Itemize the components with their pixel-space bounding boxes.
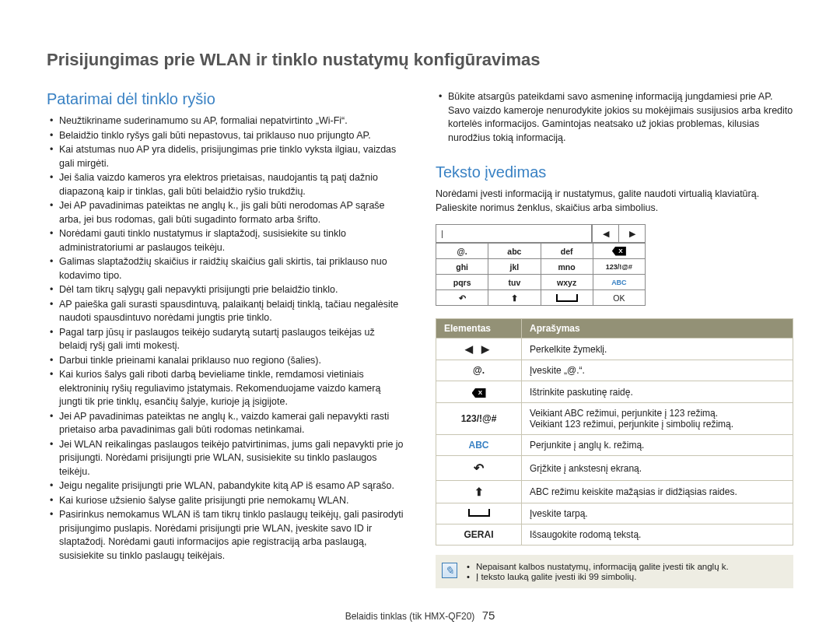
note-item: Į teksto lauką galite įvesti iki 99 simb… [467,572,786,581]
table-row: ↶Grįžkite į ankstesnį ekraną. [436,456,793,481]
table-cell-element: X [436,381,522,403]
virtual-keyboard: | ◀ ▶ @. abc def X ghi jkl mno 123/!@# p… [436,224,646,306]
footer-text: Belaidis tinklas (tik HMX-QF20) [345,611,475,622]
table-row: ◀ ▶Perkelkite žymeklį. [436,339,793,360]
key-shift[interactable]: ⬆ [488,289,541,305]
text-entry-heading: Teksto įvedimas [436,163,793,181]
tip-item: Neužtikriname suderinamumo su AP, formal… [47,114,404,128]
page-footer: Belaidis tinklas (tik HMX-QF20) 75 [0,609,840,622]
key-wxyz[interactable]: wxyz [541,274,593,289]
tip-item: Pagal tarp jūsų ir paslaugos teikėjo sud… [47,326,404,353]
key-def[interactable]: def [541,243,593,258]
key-ok[interactable]: OK [593,289,645,305]
tip-item: Būkite atsargūs pateikdami savo asmeninę… [436,90,793,145]
tip-item: Jei AP pavadinimas pateiktas ne anglų k.… [47,199,404,226]
tip-item: Jei šalia vaizdo kameros yra elektros pr… [47,171,404,198]
table-cell-description: Ištrinkite paskutinę raidę. [522,381,793,403]
content-columns: Patarimai dėl tinklo ryšio Neužtikriname… [47,90,793,588]
table-cell-element: 123/!@# [436,403,522,435]
description-table: Elementas Aprašymas ◀ ▶Perkelkite žymekl… [436,318,793,546]
tip-item: Norėdami gauti tinklo nustatymus ir slap… [47,227,404,254]
table-cell-element: ◀ ▶ [436,339,522,360]
table-cell-element: ⬆ [436,481,522,503]
tip-item: Kai kuriose užsienio šalyse galite prisi… [47,494,404,508]
key-at[interactable]: @. [436,243,488,258]
tip-item: Jeigu negalite prisijungti prie WLAN, pa… [47,479,404,493]
table-cell-element: @. [436,360,522,381]
key-mno[interactable]: mno [541,258,593,274]
text-entry-intro: Norėdami įvesti informaciją ir nustatymu… [436,188,793,215]
table-cell-description: Perkelkite žymeklį. [522,339,793,360]
cursor-left-button[interactable]: ◀ [592,225,618,242]
column-right: Būkite atsargūs pateikdami savo asmeninę… [436,90,793,588]
table-row: GERAIIšsaugokite rodomą tekstą. [436,524,793,546]
note-box: ✎ Nepaisant kalbos nustatymų, informacij… [436,555,793,588]
table-row: XIštrinkite paskutinę raidę. [436,381,793,403]
page-title: Prisijungimas prie WLAN ir tinklo nustat… [47,50,793,70]
table-cell-description: ABC režimu keiskite mažąsias ir didžiąsi… [522,481,793,503]
backspace-icon: X [612,247,626,256]
key-123mode[interactable]: 123/!@# [593,258,645,274]
table-cell-element: ABC [436,435,522,456]
tips-list: Neužtikriname suderinamumo su AP, formal… [47,114,404,563]
tip-item: Kai atstumas nuo AP yra didelis, prisiju… [47,143,404,170]
key-ghi[interactable]: ghi [436,258,488,274]
table-row: @.Įveskite „@.“. [436,360,793,381]
note-item: Nepaisant kalbos nustatymų, informaciją … [467,562,786,571]
column-left: Patarimai dėl tinklo ryšio Neužtikriname… [47,90,404,588]
table-row: Įveskite tarpą. [436,503,793,524]
page-number: 75 [482,609,495,622]
key-back[interactable]: ↶ [436,289,488,305]
tip-item: Kai kurios šalys gali riboti darbą bevie… [47,368,404,409]
th-description: Aprašymas [522,319,793,339]
tip-item: Jei AP pavadinimas pateiktas ne anglų k.… [47,410,404,437]
tips-heading: Patarimai dėl tinklo ryšio [47,90,404,108]
right-top-list: Būkite atsargūs pateikdami savo asmeninę… [436,90,793,145]
note-icon: ✎ [442,563,457,578]
table-cell-description: Įveskite „@.“. [522,360,793,381]
key-abc[interactable]: abc [488,243,541,258]
table-cell-element: ↶ [436,456,522,481]
cursor-right-button[interactable]: ▶ [618,225,645,242]
table-row: 123/!@#Veikiant ABC režimui, perjunkite … [436,403,793,435]
table-cell-description: Išsaugokite rodomą tekstą. [522,524,793,546]
key-pqrs[interactable]: pqrs [436,274,488,289]
keyboard-input-line[interactable]: | [436,225,592,242]
tip-item: Pasirinkus nemokamus WLAN iš tam tikrų t… [47,508,404,563]
key-jkl[interactable]: jkl [488,258,541,274]
key-backspace[interactable]: X [593,243,645,258]
note-list: Nepaisant kalbos nustatymų, informaciją … [467,562,786,581]
key-tuv[interactable]: tuv [488,274,541,289]
tip-item: Belaidžio tinklo ryšys gali būti nepasto… [47,129,404,143]
table-cell-element [436,503,522,524]
tip-item: Dėl tam tikrų sąlygų gali nepavykti pris… [47,283,404,297]
space-icon [556,294,578,302]
table-cell-description: Perjunkite į anglų k. režimą. [522,435,793,456]
table-row: ⬆ABC režimu keiskite mažąsias ir didžiąs… [436,481,793,503]
key-abcmode[interactable]: ABC [593,274,645,289]
table-cell-description: Įveskite tarpą. [522,503,793,524]
tip-item: Galimas slaptažodžių skaičius ir raidžių… [47,255,404,282]
table-cell-description: Veikiant ABC režimui, perjunkite į 123 r… [522,403,793,435]
tip-item: Darbui tinkle prieinami kanalai priklaus… [47,354,404,368]
th-element: Elementas [436,319,522,339]
tip-item: Jei WLAN reikalingas paslaugos teikėjo p… [47,438,404,479]
table-cell-element: GERAI [436,524,522,546]
tip-item: AP paieška gali surasti spausdintuvą, pa… [47,298,404,325]
key-space[interactable] [541,289,593,305]
table-row: ABCPerjunkite į anglų k. režimą. [436,435,793,456]
table-cell-description: Grįžkite į ankstesnį ekraną. [522,456,793,481]
